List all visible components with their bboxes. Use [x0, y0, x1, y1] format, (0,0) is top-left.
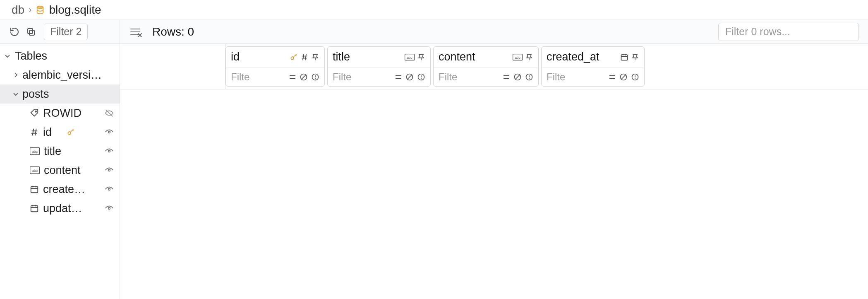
column-label: content	[44, 164, 101, 177]
column-filter-input[interactable]	[231, 71, 285, 83]
pin-icon[interactable]	[525, 53, 533, 61]
info-icon[interactable]	[311, 73, 319, 81]
null-icon[interactable]	[619, 73, 628, 81]
svg-rect-65	[621, 55, 628, 60]
calendar-icon	[30, 185, 39, 194]
column-item-created-at[interactable]: create…	[0, 180, 120, 199]
column-header-id[interactable]: id	[225, 46, 325, 87]
calendar-icon	[30, 204, 39, 213]
svg-rect-22	[31, 187, 38, 193]
info-icon[interactable]	[631, 73, 639, 81]
abc-icon: abc	[30, 166, 40, 174]
svg-line-61	[515, 75, 520, 80]
equals-icon[interactable]	[503, 73, 510, 81]
svg-rect-1	[28, 29, 33, 34]
key-icon	[67, 128, 75, 136]
svg-point-21	[108, 169, 110, 171]
filter-rows-input[interactable]	[718, 23, 859, 41]
info-icon[interactable]	[417, 73, 425, 81]
sidebar-filter-label: Filter 2	[50, 26, 82, 38]
column-label: id	[43, 126, 65, 139]
column-header-name: created_at	[547, 51, 617, 63]
svg-point-76	[635, 78, 635, 79]
breadcrumb-file[interactable]: blog.sqlite	[49, 3, 101, 17]
svg-line-36	[305, 54, 307, 60]
svg-point-14	[68, 132, 71, 135]
info-icon[interactable]	[525, 73, 533, 81]
svg-point-18	[108, 150, 110, 152]
svg-text:abc: abc	[515, 55, 520, 60]
column-item-content[interactable]: abc content	[0, 161, 120, 180]
svg-line-12	[32, 129, 34, 136]
null-icon[interactable]	[405, 73, 414, 81]
key-icon	[290, 53, 298, 61]
pin-icon[interactable]	[631, 53, 639, 61]
eye-icon[interactable]	[105, 147, 114, 156]
svg-point-54	[421, 78, 422, 79]
column-label: create…	[43, 183, 101, 196]
tables-group-label: Tables	[14, 50, 120, 63]
pin-icon[interactable]	[417, 53, 425, 61]
table-toolbar: Rows: 0	[120, 20, 868, 43]
tables-group[interactable]: Tables	[0, 46, 120, 65]
column-header-created-at[interactable]: created_at	[541, 46, 645, 87]
filter-lines-button[interactable]	[129, 25, 143, 39]
column-header-title[interactable]: title abc	[327, 46, 431, 87]
table-item-label: posts	[22, 88, 120, 101]
database-icon	[36, 5, 45, 14]
svg-text:abc: abc	[407, 55, 412, 60]
hash-icon	[300, 53, 309, 61]
data-grid: id	[120, 44, 868, 299]
eye-icon[interactable]	[105, 204, 114, 213]
row-number-gutter	[120, 44, 225, 89]
eye-icon[interactable]	[105, 166, 114, 175]
column-item-updated-at[interactable]: updat…	[0, 199, 120, 218]
equals-icon[interactable]	[609, 73, 616, 81]
equals-icon[interactable]	[289, 73, 296, 81]
column-label: ROWID	[43, 107, 101, 120]
column-item-id[interactable]: id	[0, 123, 120, 142]
svg-point-31	[108, 207, 110, 210]
null-icon[interactable]	[300, 73, 308, 81]
svg-point-0	[37, 6, 43, 8]
abc-icon: abc	[30, 147, 40, 155]
column-filter-input[interactable]	[439, 71, 499, 83]
column-filter-input[interactable]	[333, 71, 391, 83]
svg-point-15	[108, 131, 110, 133]
breadcrumb-folder[interactable]: db	[12, 3, 24, 17]
svg-text:abc: abc	[32, 169, 38, 173]
sidebar: Tables alembic_versi… posts RO	[0, 44, 120, 299]
column-header-name: title	[333, 51, 401, 63]
eye-off-icon[interactable]	[105, 109, 114, 118]
svg-point-8	[35, 111, 36, 112]
column-label: updat…	[43, 202, 101, 215]
breadcrumb: db › blog.sqlite	[0, 0, 868, 20]
table-item-posts[interactable]: posts	[0, 84, 120, 104]
equals-icon[interactable]	[395, 73, 402, 81]
svg-rect-27	[31, 206, 38, 212]
svg-rect-2	[29, 30, 34, 35]
column-item-rowid[interactable]: ROWID	[0, 104, 120, 123]
collapse-button[interactable]	[24, 25, 38, 39]
eye-icon[interactable]	[105, 185, 114, 194]
svg-line-51	[407, 75, 412, 80]
pin-icon[interactable]	[311, 53, 319, 61]
column-item-title[interactable]: abc title	[0, 142, 120, 161]
refresh-button[interactable]	[7, 25, 22, 39]
chevron-down-icon	[4, 53, 12, 59]
column-header-name: content	[439, 51, 509, 63]
column-filter-input[interactable]	[547, 71, 604, 83]
sidebar-filter-button[interactable]: Filter 2	[44, 24, 88, 40]
table-item-alembic[interactable]: alembic_versi…	[0, 65, 120, 84]
abc-icon: abc	[405, 54, 415, 60]
table-item-label: alembic_versi…	[22, 69, 120, 82]
svg-line-41	[301, 75, 306, 80]
hash-icon	[30, 128, 39, 137]
svg-line-73	[621, 75, 626, 80]
null-icon[interactable]	[513, 73, 522, 81]
eye-icon[interactable]	[105, 128, 114, 137]
svg-point-26	[108, 188, 110, 190]
svg-line-13	[35, 129, 36, 136]
column-header-content[interactable]: content abc	[433, 46, 539, 87]
column-header-name: id	[231, 51, 286, 63]
